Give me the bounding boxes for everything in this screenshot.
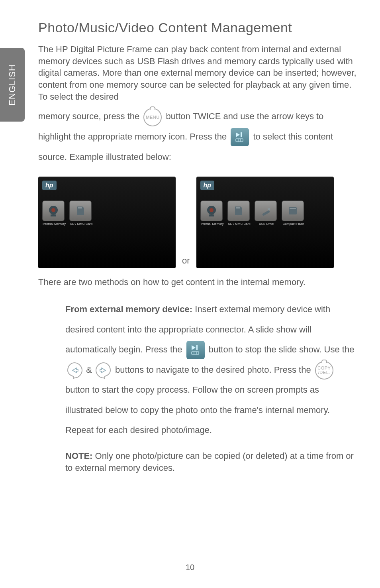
method-heading: From external memory device:	[65, 304, 192, 314]
ampersand: &	[86, 365, 94, 375]
memory-card-caption: USB Drive	[255, 222, 278, 226]
text-segment: button to stop the slide show. Use the	[209, 344, 355, 354]
menu-button-icon: MENU	[143, 108, 162, 126]
page-title: Photo/Music/Video Content Management	[38, 20, 357, 35]
page-number: 10	[186, 563, 194, 572]
compact-flash-icon	[282, 201, 304, 221]
svg-marker-0	[236, 132, 240, 137]
memory-card-caption: SD / MMC Card	[69, 222, 93, 226]
hp-logo-icon: hp	[42, 181, 57, 190]
memory-card-caption: SD / MMC Card	[227, 222, 251, 226]
memory-card-item: SD / MMC Card	[69, 201, 93, 226]
memory-card-item: USB Drive	[255, 201, 278, 226]
svg-rect-18	[196, 345, 198, 350]
svg-rect-12	[236, 207, 240, 208]
svg-rect-8	[78, 207, 82, 208]
memory-card-caption: Internal Memory	[42, 222, 66, 226]
svg-rect-14	[267, 208, 270, 210]
svg-point-10	[210, 208, 214, 212]
figure-right: hp Internal Memory SD / MMC Card	[196, 177, 334, 268]
play-pause-button-icon	[231, 128, 249, 146]
note-paragraph: NOTE: Only one photo/picture can be copi…	[65, 450, 357, 474]
svg-rect-16	[290, 208, 296, 209]
left-arrow-button-icon	[66, 362, 83, 379]
svg-rect-2	[236, 139, 243, 142]
memory-card-caption: Internal Memory	[200, 222, 224, 226]
text-segment: button to start the copy process. Follow…	[65, 385, 330, 435]
right-arrow-button-icon	[95, 362, 112, 379]
svg-rect-11	[209, 214, 214, 216]
note-text: Only one photo/picture can be copied (or…	[65, 451, 354, 473]
memory-card-item: Compact Flash	[282, 201, 306, 226]
hp-logo-icon: hp	[200, 181, 215, 190]
figure-left: hp Internal Memory SD / MMC Card	[38, 177, 176, 268]
sd-card-icon	[69, 201, 92, 221]
svg-rect-7	[51, 214, 56, 216]
method-from-external: From external memory device: Insert exte…	[65, 299, 357, 474]
svg-point-6	[51, 208, 55, 212]
methods-intro: There are two methods on how to get cont…	[38, 276, 357, 288]
page-content: Photo/Music/Video Content Management The…	[38, 20, 357, 478]
svg-marker-17	[192, 345, 196, 350]
text-segment: memory source, press the	[38, 111, 142, 121]
internal-memory-icon	[42, 201, 65, 221]
external-method-flow: From external memory device: Insert exte…	[65, 299, 357, 441]
memory-icons-row: Internal Memory SD / MMC Card	[42, 201, 172, 226]
or-separator: or	[182, 256, 190, 268]
menu-button-label: MENU	[146, 115, 159, 119]
memory-card-item: Internal Memory	[42, 201, 66, 226]
play-pause-button-icon	[186, 341, 205, 359]
intro-paragraph: The HP Digital Picture Frame can play ba…	[38, 43, 357, 102]
example-figures: hp Internal Memory SD / MMC Card or hp	[38, 177, 357, 268]
language-tab: ENGLISH	[0, 48, 25, 122]
memory-card-item: Internal Memory	[200, 201, 224, 226]
copy-del-button-icon: COPY /DEL.	[315, 361, 333, 380]
copy-del-button-label: COPY /DEL.	[317, 366, 331, 375]
memory-card-item: SD / MMC Card	[227, 201, 251, 226]
internal-memory-icon	[200, 201, 223, 221]
note-label: NOTE:	[65, 451, 92, 461]
svg-rect-1	[241, 132, 242, 137]
svg-rect-13	[262, 210, 270, 216]
sd-card-icon	[227, 201, 250, 221]
svg-rect-19	[192, 352, 199, 354]
memory-card-caption: Compact Flash	[282, 222, 306, 226]
text-segment: buttons to navigate to the desired photo…	[115, 365, 313, 375]
usb-drive-icon	[255, 201, 277, 221]
instruction-flow-1: memory source, press the MENU button TWI…	[38, 106, 357, 167]
language-label: ENGLISH	[7, 64, 18, 106]
memory-icons-row: Internal Memory SD / MMC Card USB Drive	[200, 201, 330, 226]
